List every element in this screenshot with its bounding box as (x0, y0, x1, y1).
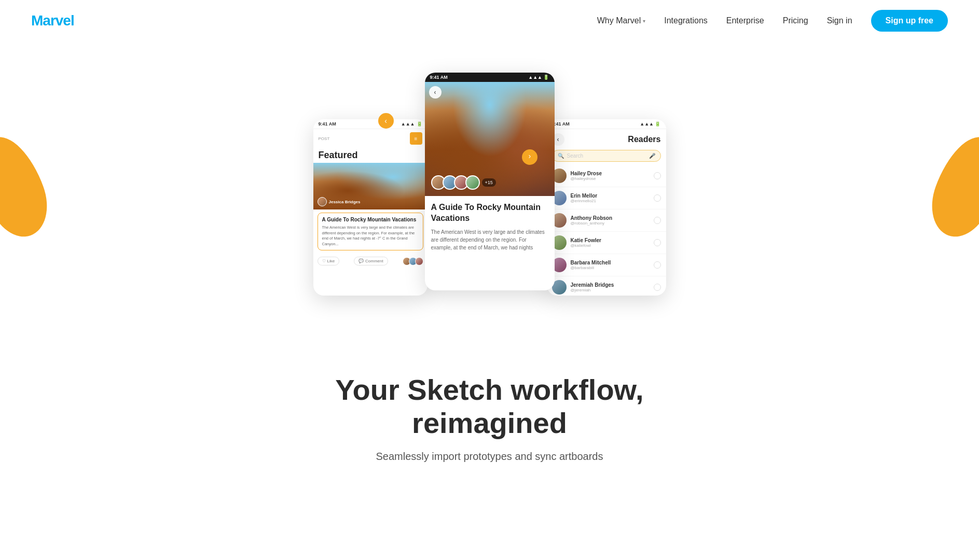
signup-button[interactable]: Sign up free (871, 10, 948, 32)
phone-center: 9:41 AM ▲▲▲ 🔋 ‹ +15 A Guide To Rocky Mou… (425, 73, 555, 290)
hero-section: ‹ ‹ 9:41 AM ▲▲▲ 🔋 POST (0, 41, 979, 342)
like-button[interactable]: ♡ Like (318, 257, 340, 265)
featured-title: Featured (313, 148, 428, 163)
nav-pricing[interactable]: Pricing (783, 16, 808, 25)
main-nav: Why Marvel ▾ Integrations Enterprise Pri… (597, 10, 948, 32)
commenter-avatar-3 (415, 257, 423, 265)
sub-heading: Seamlessly import prototypes and sync ar… (21, 451, 958, 463)
reader-name-5: Barbara Mitchell (571, 260, 650, 265)
avatar-row-center: +15 (431, 175, 496, 190)
center-article: A Guide To Rocky Mountain Vacations The … (425, 196, 555, 258)
reader-item-6: Jeremiah Bridges @jeremiah (547, 276, 666, 296)
status-bar-left: 9:41 AM ▲▲▲ 🔋 (313, 119, 428, 129)
reader-select-6[interactable] (654, 284, 661, 291)
readers-list: Hailey Drose @haileydrose Erin Mellor @e… (547, 165, 666, 296)
back-button-center[interactable]: ‹ (429, 86, 442, 99)
reader-name-3: Anthony Robson (571, 215, 650, 221)
search-placeholder: Search (567, 153, 584, 159)
reader-handle-5: @barbarabill (571, 265, 650, 270)
comment-button[interactable]: 💬 Comment (354, 257, 388, 265)
status-icons-right: ▲▲▲ 🔋 (640, 121, 660, 127)
center-article-text: The American West is very large and the … (431, 228, 548, 251)
reader-name-1: Hailey Drose (571, 171, 650, 176)
blob-left-decoration (0, 128, 58, 245)
author-avatar (318, 197, 327, 206)
reader-handle-4: @katiefowl (571, 243, 650, 248)
phone-left: 9:41 AM ▲▲▲ 🔋 POST ≡ Featured Jessica Br… (313, 119, 428, 296)
logo[interactable]: Marvel (31, 12, 74, 29)
phones-container: ‹ ‹ 9:41 AM ▲▲▲ 🔋 POST (282, 52, 697, 290)
av-4 (465, 175, 480, 190)
reader-info-2: Erin Mellor @erinmello21 (571, 193, 650, 203)
author-badge: Jessica Bridges (318, 197, 361, 206)
reader-handle-3: @robson_anthony (571, 221, 650, 226)
reader-handle-1: @haileydrose (571, 176, 650, 181)
reader-info-5: Barbara Mitchell @barbarabill (571, 260, 650, 270)
status-icons-left: ▲▲▲ 🔋 (401, 121, 422, 127)
left-arrow-button[interactable]: ‹ (378, 113, 394, 129)
article-title-left: A Guide To Rocky Mountain Vacations (322, 216, 419, 223)
mic-icon: 🎤 (649, 153, 655, 159)
time-center: 9:41 AM (430, 75, 448, 80)
time-left: 9:41 AM (319, 121, 336, 127)
status-bar-center: 9:41 AM ▲▲▲ 🔋 (425, 73, 555, 82)
reader-handle-6: @jeremiah (571, 288, 650, 292)
search-icon: 🔍 (558, 153, 564, 159)
nav-signin[interactable]: Sign in (827, 16, 852, 25)
right-arrow-button[interactable]: ‹ (522, 149, 537, 165)
main-heading: Your Sketch workflow, reimagined (21, 373, 958, 440)
canyon-image: ‹ +15 (425, 82, 555, 196)
reader-name-4: Katie Fowler (571, 237, 650, 243)
chevron-down-icon: ▾ (643, 18, 645, 24)
nav-integrations[interactable]: Integrations (664, 16, 708, 25)
readers-title: Readers (628, 135, 660, 144)
article-card-left: A Guide To Rocky Mountain Vacations The … (318, 213, 423, 250)
reader-info-6: Jeremiah Bridges @jeremiah (571, 282, 650, 292)
reader-select-2[interactable] (654, 194, 661, 202)
reader-name-2: Erin Mellor (571, 193, 650, 199)
search-bar[interactable]: 🔍 Search 🎤 (552, 150, 661, 162)
reader-select-4[interactable] (654, 239, 661, 246)
nav-why-marvel[interactable]: Why Marvel ▾ (597, 16, 645, 25)
reader-item-4: Katie Fowler @katiefowl (547, 232, 666, 254)
main-header: Marvel Why Marvel ▾ Integrations Enterpr… (0, 0, 979, 41)
reader-info-4: Katie Fowler @katiefowl (571, 237, 650, 248)
reader-select-5[interactable] (654, 261, 661, 269)
bottom-section: Your Sketch workflow, reimagined Seamles… (0, 342, 979, 483)
reader-handle-2: @erinmello21 (571, 199, 650, 203)
reader-item-1: Hailey Drose @haileydrose (547, 165, 666, 187)
featured-image: Jessica Bridges (313, 163, 428, 209)
reader-item-3: Anthony Robson @robson_anthony (547, 209, 666, 232)
readers-header: ‹ Readers (547, 129, 666, 150)
post-label: POST (319, 136, 330, 141)
menu-icon[interactable]: ≡ (410, 132, 422, 145)
article-actions: ♡ Like 💬 Comment (313, 254, 428, 269)
phone-left-header: POST ≡ (313, 129, 428, 148)
reader-info-3: Anthony Robson @robson_anthony (571, 215, 650, 226)
commenter-avatars (403, 257, 423, 265)
status-bar-right: 9:41 AM ▲▲▲ 🔋 (547, 119, 666, 129)
reader-name-6: Jeremiah Bridges (571, 282, 650, 288)
center-article-title: A Guide To Rocky Mountain Vacations (431, 202, 548, 224)
av-count: +15 (482, 178, 496, 187)
author-name: Jessica Bridges (329, 200, 361, 204)
phone-right: 9:41 AM ▲▲▲ 🔋 ‹ Readers 🔍 Search 🎤 Haile… (547, 119, 666, 296)
blob-right-decoration (921, 128, 979, 245)
reader-item-5: Barbara Mitchell @barbarabill (547, 254, 666, 276)
reader-item-2: Erin Mellor @erinmello21 (547, 187, 666, 209)
time-right: 9:41 AM (552, 121, 570, 127)
reader-select-1[interactable] (654, 172, 661, 179)
nav-enterprise[interactable]: Enterprise (726, 16, 764, 25)
status-icons-center: ▲▲▲ 🔋 (528, 75, 549, 80)
article-text-left: The American West is very large and the … (322, 225, 419, 247)
reader-info-1: Hailey Drose @haileydrose (571, 171, 650, 181)
reader-select-3[interactable] (654, 217, 661, 224)
